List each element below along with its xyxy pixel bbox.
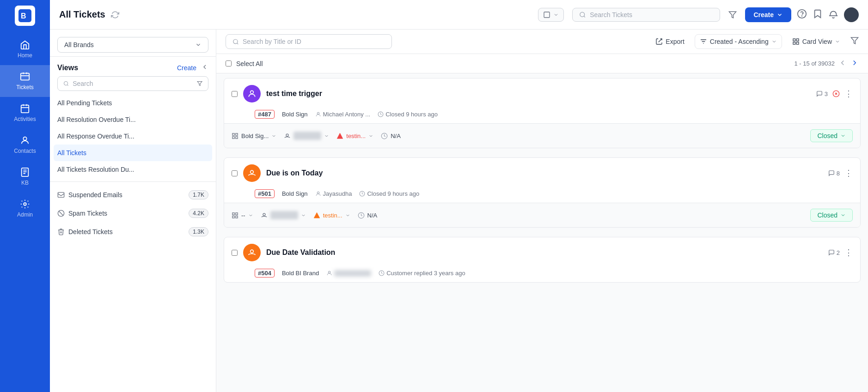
app-logo[interactable]: B [15,6,35,26]
sidebar-item-tickets-label: Tickets [16,84,34,90]
views-search-input[interactable] [73,80,193,87]
pagination: 1 - 15 of 39032 [795,59,859,68]
ticket-title-1[interactable]: Due is on Today [266,169,823,177]
svg-point-6 [24,203,26,205]
sidebar-item-admin[interactable]: Admin [0,193,50,224]
sidebar-item-home[interactable]: Home [0,33,50,65]
help-icon[interactable] [797,9,807,21]
pagination-next[interactable] [850,59,859,68]
refresh-button[interactable] [111,11,119,19]
ticket-search-input[interactable] [243,38,385,45]
user-avatar[interactable] [844,7,859,22]
ticket-priority-1: testin... [313,212,350,219]
view-item-3[interactable]: All Tickets [54,145,212,161]
bookmark-icon[interactable] [813,9,823,21]
ticket-avatar-1 [243,164,261,182]
view-toggle-label: Card View [802,38,832,45]
global-search-input[interactable] [590,11,713,18]
ticket-checkbox-2[interactable] [232,250,238,256]
svg-rect-12 [58,193,64,198]
views-search[interactable] [57,76,208,91]
global-search[interactable] [572,8,720,22]
divider-1 [50,181,216,182]
pagination-prev[interactable] [838,59,847,68]
svg-text:B: B [21,12,26,20]
brand-select-container: All Brands [50,30,216,57]
deleted-tickets-item[interactable]: Deleted Tickets 1.3K [50,223,216,241]
sidebar-item-home-label: Home [18,52,32,59]
svg-rect-2 [21,73,29,80]
view-items-list: All Pending Tickets All Resolution Overd… [50,95,216,178]
spam-tickets-count: 4.2K [189,209,208,218]
ticket-comment-count-2: 2 [828,249,840,256]
spam-tickets-item[interactable]: Spam Tickets 4.2K [50,204,216,223]
export-button[interactable]: Export [651,35,689,48]
ticket-body-1: -- testin... N/A [224,203,860,227]
ticket-assignee-2 [326,270,371,277]
right-panel: Export Created - Ascending Card View [216,30,868,392]
ticket-menu-1[interactable]: ⋮ [844,168,853,178]
ticket-status-0[interactable]: Closed [810,129,853,142]
list-filter-button[interactable] [850,36,859,47]
svg-rect-26 [232,133,234,135]
svg-rect-35 [232,212,234,214]
ticket-header-2: Due Date Validation 2 ⋮ [224,237,860,268]
notifications-icon[interactable] [828,9,838,21]
ticket-comment-count-0: 3 [816,90,828,97]
sidebar-item-admin-label: Admin [17,211,33,218]
ticket-actions-1: 8 ⋮ [828,168,853,178]
ticket-checkbox-1[interactable] [232,170,238,176]
ticket-title-0[interactable]: test time trigger [266,90,811,98]
view-item-0[interactable]: All Pending Tickets [50,95,216,111]
view-item-1[interactable]: All Resolution Overdue Ti... [50,111,216,128]
svg-rect-19 [796,42,799,44]
ticket-comment-count-1: 8 [828,170,840,177]
ticket-status-1[interactable]: Closed [810,209,853,222]
suspended-emails-left: Suspended Emails [57,191,122,199]
pagination-count: 1 - 15 of 39032 [795,60,835,67]
ticket-time-2: Customer replied 3 years ago [379,270,465,277]
topbar: All Tickets Create [50,0,868,30]
views-collapse-button[interactable] [201,63,208,72]
ticket-checkbox-0[interactable] [232,91,238,97]
svg-point-24 [317,112,319,114]
ticket-brand-1: Bold Sign [282,190,308,197]
sidebar-item-contacts-label: Contacts [14,148,36,154]
view-item-2[interactable]: All Response Overdue Ti... [50,128,216,145]
sidebar-item-contacts[interactable]: Contacts [0,129,50,161]
ticket-id-1: #501 [255,189,275,198]
brand-dropdown[interactable]: All Brands [57,37,208,53]
view-item-4[interactable]: All Tickets Resolution Du... [50,161,216,178]
svg-point-33 [317,192,319,193]
select-all-checkbox[interactable] [226,60,232,66]
global-filter-button[interactable] [726,8,740,22]
spam-tickets-left: Spam Tickets [57,210,107,217]
sidebar-item-kb[interactable]: KB [0,161,50,193]
view-toggle-button[interactable]: Card View [788,35,845,48]
ticket-time-1: Closed 9 hours ago [359,190,419,197]
search-type-dropdown[interactable] [538,8,564,22]
svg-rect-7 [544,12,550,18]
svg-point-30 [286,134,288,136]
create-button[interactable]: Create [745,7,791,22]
ticket-avatar-0 [243,85,261,103]
list-toolbar: Export Created - Ascending Card View [216,30,868,54]
select-all-bar: Select All 1 - 15 of 39032 [216,54,868,73]
views-create-button[interactable]: Create [177,64,196,72]
sort-dropdown[interactable]: Created - Ascending [695,34,782,49]
sidebar-item-activities[interactable]: Activities [0,97,50,129]
suspended-emails-item[interactable]: Suspended Emails 1.7K [50,186,216,204]
ticket-menu-2[interactable]: ⋮ [844,247,853,258]
deleted-tickets-label: Deleted Tickets [68,228,113,235]
ticket-header-1: Due is on Today 8 ⋮ [224,158,860,188]
ticket-search[interactable] [226,34,392,49]
ticket-meta-0: #487 Bold Sign Michael Antony ... Closed… [224,109,860,123]
sidebar-item-tickets[interactable]: Tickets [0,65,50,97]
svg-point-11 [64,81,68,85]
ticket-title-2[interactable]: Due Date Validation [266,248,823,257]
ticket-menu-0[interactable]: ⋮ [844,89,853,99]
svg-point-20 [251,90,254,94]
svg-rect-18 [793,42,795,44]
ticket-priority-0: testin... [336,133,373,139]
ticket-assignee-0: Michael Antony ... [315,111,371,118]
